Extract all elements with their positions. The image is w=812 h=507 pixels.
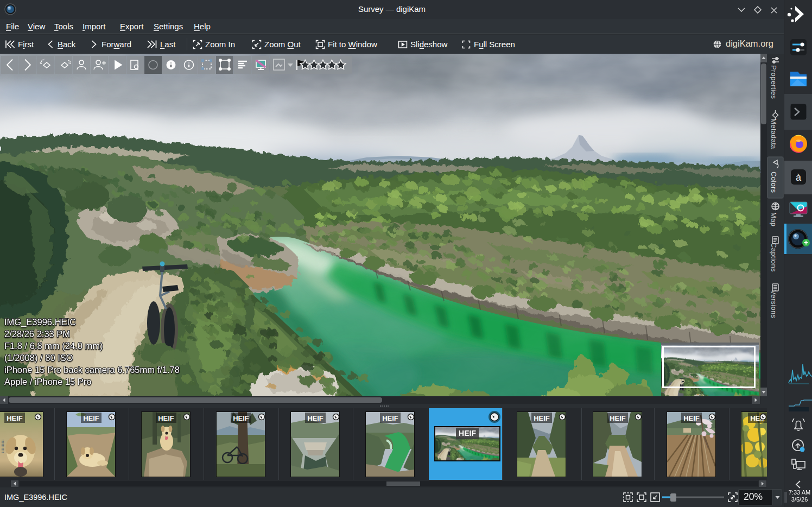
svg-text:HEIF: HEIF xyxy=(7,414,23,422)
svg-text:HEIF: HEIF xyxy=(534,414,550,422)
svg-text:3/5/26: 3/5/26 xyxy=(791,496,808,503)
svg-text:à: à xyxy=(796,172,802,183)
svg-text:HEIF: HEIF xyxy=(83,414,99,422)
svg-text:HEIF: HEIF xyxy=(382,414,398,422)
svg-text:HEIF: HEIF xyxy=(233,414,249,422)
svg-text:HEIF: HEIF xyxy=(683,414,700,422)
svg-text:HEIF: HEIF xyxy=(158,414,174,422)
svg-text:7:33 AM: 7:33 AM xyxy=(789,489,810,496)
svg-text:HEIF: HEIF xyxy=(610,414,626,422)
svg-text:HEIF: HEIF xyxy=(307,414,323,422)
